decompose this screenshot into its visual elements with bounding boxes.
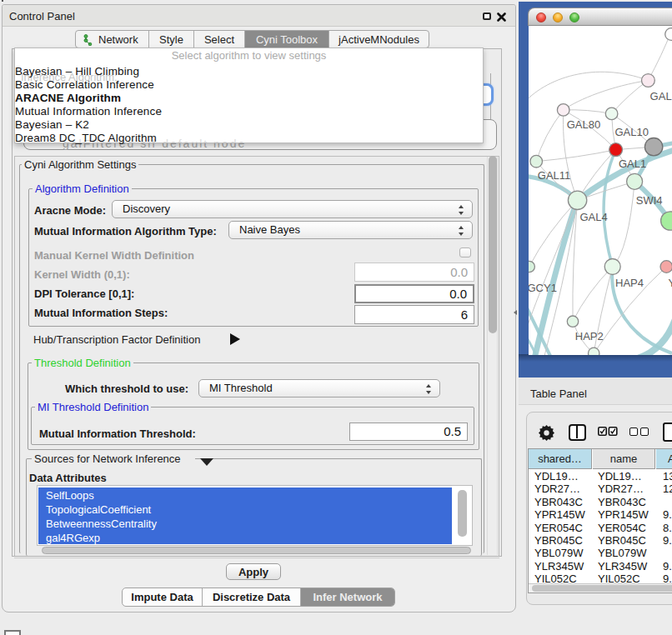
svg-text:GAL80: GAL80 [567, 118, 600, 131]
svg-text:GAL11: GAL11 [538, 169, 571, 182]
svg-text:GAL4: GAL4 [579, 211, 607, 223]
svg-text:GCY1: GCY1 [529, 282, 557, 294]
svg-text:GAL: GAL [650, 90, 672, 102]
svg-text:HAP4: HAP4 [615, 277, 644, 289]
svg-text:GAL1: GAL1 [619, 158, 646, 170]
svg-text:GAL10: GAL10 [615, 126, 649, 138]
svg-text:HAP2: HAP2 [575, 330, 604, 342]
svg-text:Y: Y [669, 277, 672, 289]
svg-text:SWI4: SWI4 [636, 194, 663, 207]
